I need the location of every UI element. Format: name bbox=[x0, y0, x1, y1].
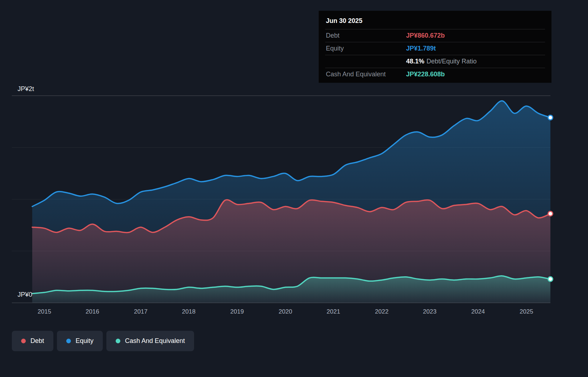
tooltip-panel: Jun 30 2025 Debt JP¥860.672b Equity JP¥1… bbox=[319, 11, 551, 83]
tooltip-debt-row: Debt JP¥860.672b bbox=[325, 29, 545, 42]
x-tick-2015: 2015 bbox=[38, 308, 51, 315]
legend-label-debt: Debt bbox=[30, 337, 44, 345]
tooltip-cash-row: Cash And Equivalent JP¥228.608b bbox=[325, 68, 545, 81]
tooltip-date: Jun 30 2025 bbox=[325, 14, 545, 29]
legend: DebtEquityCash And Equivalent bbox=[12, 331, 194, 351]
y-axis-label-max: JP¥2t bbox=[18, 85, 34, 93]
tooltip-debt-value: JP¥860.672b bbox=[406, 32, 544, 39]
debt-color-dot-icon bbox=[21, 339, 26, 343]
x-tick-2023: 2023 bbox=[423, 308, 437, 315]
x-tick-2016: 2016 bbox=[86, 308, 99, 315]
legend-label-cash: Cash And Equivalent bbox=[125, 337, 185, 345]
x-tick-2019: 2019 bbox=[230, 308, 244, 315]
x-tick-2025: 2025 bbox=[520, 308, 533, 315]
tooltip-cash-value: JP¥228.608b bbox=[406, 71, 544, 78]
tooltip-ratio-row: 48.1%Debt/Equity Ratio bbox=[325, 55, 545, 68]
tooltip-equity-row: Equity JP¥1.789t bbox=[325, 42, 545, 55]
x-tick-2022: 2022 bbox=[375, 308, 389, 315]
legend-item-equity[interactable]: Equity bbox=[57, 331, 103, 351]
x-tick-2017: 2017 bbox=[134, 308, 148, 315]
debt-equity-chart-page: JP¥2t JP¥0 20152016201720182019202020212… bbox=[0, 0, 588, 377]
tooltip-equity-label: Equity bbox=[326, 45, 406, 52]
debt-end-marker bbox=[548, 211, 553, 216]
cash-color-dot-icon bbox=[116, 339, 120, 343]
legend-label-equity: Equity bbox=[76, 337, 93, 345]
equity-color-dot-icon bbox=[66, 339, 71, 343]
legend-item-cash[interactable]: Cash And Equivalent bbox=[106, 331, 194, 351]
y-axis-label-zero: JP¥0 bbox=[18, 291, 32, 299]
tooltip-ratio-label: Debt/Equity Ratio bbox=[426, 58, 477, 65]
tooltip-cash-label: Cash And Equivalent bbox=[326, 71, 406, 78]
x-tick-2021: 2021 bbox=[327, 308, 340, 315]
tooltip-equity-value: JP¥1.789t bbox=[406, 45, 544, 52]
tooltip-ratio-value: 48.1% bbox=[406, 58, 424, 65]
x-tick-2020: 2020 bbox=[279, 308, 292, 315]
tooltip-ratio: 48.1%Debt/Equity Ratio bbox=[406, 58, 544, 65]
x-tick-2018: 2018 bbox=[182, 308, 196, 315]
cash-end-marker bbox=[548, 277, 553, 281]
equity-end-marker bbox=[548, 115, 553, 120]
tooltip-debt-label: Debt bbox=[326, 32, 406, 39]
x-tick-2024: 2024 bbox=[471, 308, 485, 315]
legend-item-debt[interactable]: Debt bbox=[12, 331, 53, 351]
